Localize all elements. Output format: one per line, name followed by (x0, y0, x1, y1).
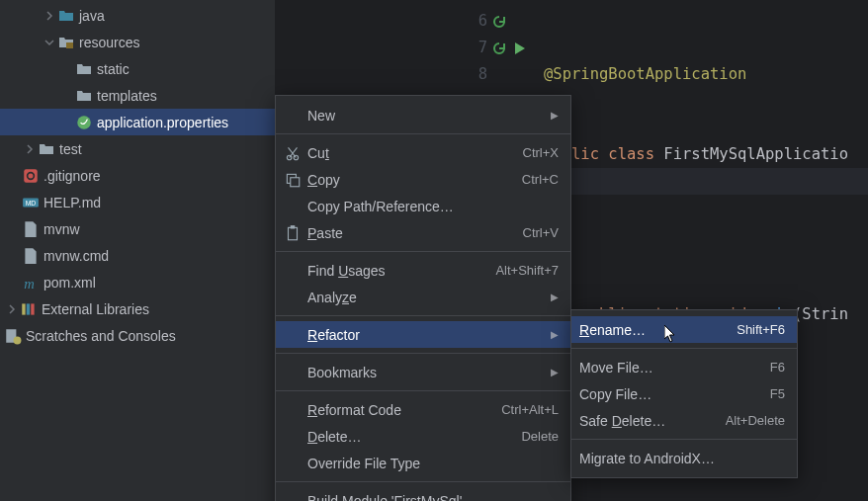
submenu-item-move-file[interactable]: Move File… F6 (571, 354, 797, 380)
submenu-item-rename[interactable]: Rename… Shift+F6 (571, 316, 797, 343)
tree-item-gitignore[interactable]: .gitignore (0, 162, 275, 189)
project-tree[interactable]: java resources static templates applicat… (0, 0, 275, 501)
markdown-icon: MD (22, 194, 40, 211)
menu-separator (276, 251, 570, 252)
shortcut: F6 (770, 360, 785, 375)
submenu-item-copy-file[interactable]: Copy File… F5 (571, 380, 797, 407)
submenu-arrow-icon: ▶ (551, 329, 559, 340)
context-menu[interactable]: New ▶ Cut Ctrl+X Copy Ctrl+C Copy Path/R… (275, 95, 571, 501)
menu-item-cut[interactable]: Cut Ctrl+X (276, 139, 570, 166)
menu-item-paste[interactable]: Paste Ctrl+V (276, 219, 570, 246)
tree-item-java[interactable]: java (0, 2, 275, 29)
file-icon (22, 220, 40, 238)
tree-label: mvnw (43, 221, 80, 237)
menu-separator (276, 353, 570, 354)
svg-rect-0 (66, 42, 73, 48)
tree-item-external-libraries[interactable]: External Libraries (0, 295, 275, 322)
chevron-right-icon (42, 8, 57, 24)
line-number: 7 (470, 35, 487, 61)
tree-label: External Libraries (42, 301, 149, 317)
resources-folder-icon (57, 34, 75, 51)
menu-item-copy-path[interactable]: Copy Path/Reference… (276, 193, 570, 219)
menu-item-refactor[interactable]: Refactor ▶ (276, 321, 570, 348)
shortcut: F5 (770, 386, 785, 401)
chevron-right-icon (22, 141, 38, 157)
tree-item-mvnw[interactable]: mvnw (0, 215, 275, 242)
svg-rect-9 (31, 303, 34, 314)
menu-separator (276, 481, 570, 482)
copy-icon (284, 171, 302, 189)
tree-item-pom-xml[interactable]: m pom.xml (0, 269, 275, 295)
menu-item-build-module[interactable]: Build Module 'FirstMySql' (276, 487, 570, 501)
spring-config-icon (75, 114, 93, 131)
menu-separator (571, 439, 797, 440)
run-icon[interactable] (511, 41, 527, 56)
svg-text:m: m (24, 275, 35, 291)
menu-item-analyze[interactable]: Analyze ▶ (276, 284, 570, 310)
shortcut: Ctrl+X (523, 145, 559, 160)
tree-item-help-md[interactable]: MD HELP.md (0, 189, 275, 215)
editor-gutter: 6 7 8 (464, 0, 533, 88)
tree-item-templates[interactable]: templates (0, 82, 275, 109)
svg-rect-15 (291, 177, 300, 186)
refactor-submenu[interactable]: Rename… Shift+F6 Move File… F6 Copy File… (570, 309, 798, 478)
menu-item-new[interactable]: New ▶ (276, 102, 570, 128)
tree-label: java (79, 8, 105, 24)
tree-label: templates (97, 88, 157, 104)
file-icon (22, 247, 40, 265)
gitignore-icon (22, 167, 40, 185)
line-number: 6 (470, 8, 487, 35)
submenu-arrow-icon: ▶ (551, 292, 559, 302)
svg-rect-17 (291, 225, 296, 228)
folder-icon (57, 7, 75, 25)
shortcut: Shift+F6 (737, 322, 785, 337)
tree-item-resources[interactable]: resources (0, 29, 275, 55)
scratches-icon (4, 327, 22, 345)
menu-separator (276, 390, 570, 391)
cut-icon (284, 144, 302, 162)
libraries-icon (20, 300, 38, 318)
menu-item-bookmarks[interactable]: Bookmarks ▶ (276, 359, 570, 385)
menu-item-copy[interactable]: Copy Ctrl+C (276, 166, 570, 193)
svg-rect-8 (27, 303, 30, 314)
chevron-down-icon (42, 35, 57, 50)
menu-item-find-usages[interactable]: Find Usages Alt+Shift+7 (276, 257, 570, 284)
menu-item-delete[interactable]: Delete… Delete (276, 423, 570, 450)
paste-icon (284, 224, 302, 242)
shortcut: Ctrl+C (522, 172, 559, 187)
submenu-item-migrate-androidx[interactable]: Migrate to AndroidX… (571, 445, 797, 471)
svg-text:MD: MD (26, 200, 37, 207)
tree-label: mvnw.cmd (43, 248, 109, 264)
tree-label: Scratches and Consoles (26, 328, 176, 344)
recursive-icon[interactable] (491, 41, 507, 56)
submenu-arrow-icon: ▶ (551, 367, 559, 377)
tree-label: application.properties (97, 115, 228, 130)
chevron-right-icon (4, 301, 20, 317)
tree-item-application-properties[interactable]: application.properties (0, 109, 275, 135)
svg-point-1 (77, 116, 91, 129)
menu-separator (571, 348, 797, 349)
submenu-arrow-icon: ▶ (551, 110, 559, 121)
menu-separator (276, 133, 570, 134)
folder-icon (38, 140, 55, 158)
recursive-icon[interactable] (491, 14, 507, 30)
line-number: 8 (470, 61, 487, 88)
svg-rect-2 (24, 169, 38, 183)
tree-item-mvnw-cmd[interactable]: mvnw.cmd (0, 242, 275, 269)
tree-label: static (97, 61, 130, 77)
tree-item-test[interactable]: test (0, 135, 275, 162)
folder-icon (75, 87, 93, 105)
svg-point-11 (14, 336, 22, 344)
mouse-cursor-icon (664, 325, 676, 343)
menu-item-reformat-code[interactable]: Reformat Code Ctrl+Alt+L (276, 396, 570, 423)
shortcut: Delete (521, 429, 559, 444)
shortcut: Ctrl+Alt+L (501, 402, 559, 417)
svg-rect-16 (289, 227, 298, 239)
submenu-item-safe-delete[interactable]: Safe Delete… Alt+Delete (571, 407, 797, 434)
tree-label: pom.xml (43, 275, 96, 291)
tree-item-scratches[interactable]: Scratches and Consoles (0, 322, 275, 349)
shortcut: Alt+Shift+7 (495, 263, 559, 278)
tree-label: .gitignore (43, 168, 101, 184)
tree-item-static[interactable]: static (0, 55, 275, 82)
menu-item-override-file-type[interactable]: Override File Type (276, 450, 570, 476)
